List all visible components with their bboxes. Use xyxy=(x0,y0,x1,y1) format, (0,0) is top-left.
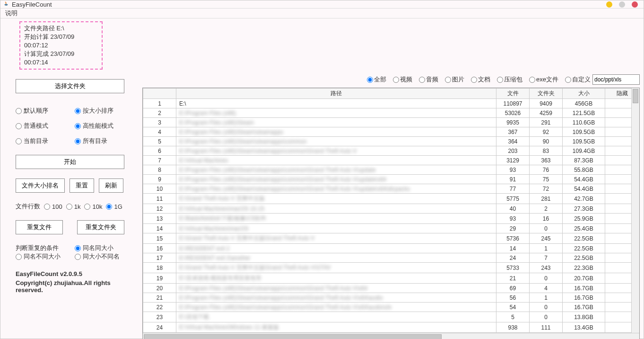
table-row[interactable]: 7E:\Virtual Machines312936387.3GB xyxy=(143,156,639,165)
col-index-header[interactable] xyxy=(143,89,176,99)
cell-size: 42.7GB xyxy=(563,194,605,204)
table-row[interactable]: 22E:\Program Files (x86)\Steam\steamapps… xyxy=(143,303,639,312)
rows-label: 文件行数 xyxy=(16,202,40,211)
filter-doc-radio[interactable]: 文档 xyxy=(471,75,490,84)
cell-files: 3129 xyxy=(496,156,530,165)
table-row[interactable]: 8E:\Program Files (x86)\Steam\steamapps\… xyxy=(143,165,639,175)
table-row[interactable]: 13E:\BaiduNetdisk\下载\镜像\CS软件931625.9GB xyxy=(143,214,639,224)
table-row[interactable]: 6E:\Program Files (x86)\Steam\steamapps\… xyxy=(143,146,639,156)
table-row[interactable]: 4E:\Program Files (x86)\Steam\steamapps3… xyxy=(143,127,639,137)
rank-button[interactable]: 文件大小排名 xyxy=(16,178,65,193)
table-row[interactable]: 1E:\1108979409456GB xyxy=(143,99,639,108)
cell-files: 24 xyxy=(496,253,530,263)
filter-image-radio[interactable]: 图片 xyxy=(445,75,464,84)
table-row[interactable]: 16E:\RESIDENT evil 214122.5GB xyxy=(143,244,639,253)
table-row[interactable]: 15E:\Grand Theft Auto V 完整中文版\Grand Thef… xyxy=(143,233,639,244)
filter-audio-radio[interactable]: 音频 xyxy=(419,75,438,84)
mode-normal-radio[interactable]: 普通模式 xyxy=(16,122,75,130)
table-row[interactable]: 3E:\Program Files (x86)\Steam9935291110.… xyxy=(143,118,639,127)
cell-dirs: 72 xyxy=(530,184,563,194)
col-size-header[interactable]: 大小 xyxy=(563,89,605,99)
cell-path: E:\Program Files (x86) xyxy=(176,108,496,118)
cond-name-notsize-radio[interactable]: 同名不同大小 xyxy=(16,252,75,261)
table-row[interactable]: 17E:\RESIDENT evil 2\another24722.5GB xyxy=(143,253,639,263)
col-dirs-header[interactable]: 文件夹 xyxy=(530,89,563,99)
col-files-header[interactable]: 文件 xyxy=(496,89,530,99)
filter-custom-radio[interactable]: 自定义 xyxy=(565,75,591,84)
cell-files: 93 xyxy=(496,214,530,224)
col-path-header[interactable]: 路径 xyxy=(176,89,496,99)
cell-size: 13.4GB xyxy=(563,322,605,333)
reset-button[interactable]: 重置 xyxy=(70,178,94,193)
cell-path: E:\ xyxy=(176,99,496,108)
cell-index: 14 xyxy=(143,224,176,233)
table-row[interactable]: 24E:\Virtual Machines\Windows 11 家庭版9381… xyxy=(143,322,639,333)
minimize-button[interactable] xyxy=(606,1,612,8)
cond-name-size-radio[interactable]: 同名同大小 xyxy=(75,244,134,252)
horizontal-scroll-thumb[interactable] xyxy=(144,334,442,339)
filter-custom-input[interactable] xyxy=(592,74,640,85)
menu-help[interactable]: 说明 xyxy=(1,8,21,18)
cell-path: E:\Grand Theft Auto V 完整中文版\Grand Theft … xyxy=(176,263,496,273)
cell-path: E:\Program Files (x86)\Steam\steamapps\c… xyxy=(176,303,496,312)
rows-1k-radio[interactable] xyxy=(66,204,72,210)
cell-size: 13.8GB xyxy=(563,312,605,322)
start-button[interactable]: 开始 xyxy=(16,155,124,169)
table-row[interactable]: 2E:\Program Files (x86)530264259121.5GB xyxy=(143,108,639,118)
table-row[interactable]: 19E:\安卓游戏 模拟器专用安装包等21020.7GB xyxy=(143,273,639,284)
maximize-button[interactable] xyxy=(619,1,625,8)
cell-files: 56 xyxy=(496,293,530,303)
vertical-scrollbar[interactable] xyxy=(631,88,639,333)
titlebar: EasyFileCount xyxy=(0,0,644,8)
dup-dirs-button[interactable]: 重复文件夹 xyxy=(77,220,124,234)
table-row[interactable]: 14E:\Virtual Machines\macOS29025.4GB xyxy=(143,224,639,233)
dir-current-radio[interactable]: 当前目录 xyxy=(16,137,75,145)
dir-all-radio[interactable]: 所有目录 xyxy=(75,137,134,145)
table-row[interactable]: 10E:\Program Files (x86)\Steam\steamapps… xyxy=(143,184,639,194)
rows-10k-radio[interactable] xyxy=(84,204,90,210)
close-button[interactable] xyxy=(632,1,638,8)
select-folder-button[interactable]: 选择文件夹 xyxy=(16,79,124,93)
cell-size: 22.3GB xyxy=(563,263,605,273)
filter-bar: 全部 视频 音频 图片 文档 压缩包 exe文件 自定义 xyxy=(142,70,640,88)
cell-dirs: 2 xyxy=(530,204,563,214)
rows-100-radio[interactable] xyxy=(44,204,50,210)
filter-video-radio[interactable]: 视频 xyxy=(393,75,412,84)
horizontal-scrollbar[interactable] xyxy=(143,333,639,339)
cell-files: 77 xyxy=(496,184,530,194)
cell-path: E:\BaiduNetdisk\下载\镜像\CS软件 xyxy=(176,214,496,224)
filter-all-radio[interactable]: 全部 xyxy=(367,75,386,84)
cell-files: 69 xyxy=(496,284,530,293)
mode-high-radio[interactable]: 高性能模式 xyxy=(75,122,134,130)
rows-1g-radio[interactable] xyxy=(106,204,112,210)
cell-index: 13 xyxy=(143,214,176,224)
cell-index: 19 xyxy=(143,273,176,284)
table-row[interactable]: 12E:\Virtual Machines\macOS 10.1540227.3… xyxy=(143,204,639,214)
refresh-button[interactable]: 刷新 xyxy=(99,178,123,193)
cell-files: 5733 xyxy=(496,263,530,273)
vertical-scroll-thumb[interactable] xyxy=(633,89,638,103)
table-row[interactable]: 20E:\Program Files (x86)\Steam\steamapps… xyxy=(143,284,639,293)
table-row[interactable]: 18E:\Grand Theft Auto V 完整中文版\Grand Thef… xyxy=(143,263,639,273)
cell-dirs: 75 xyxy=(530,175,563,184)
cell-index: 16 xyxy=(143,244,176,253)
table-row[interactable]: 5E:\Program Files (x86)\Steam\steamapps\… xyxy=(143,137,639,146)
cell-files: 367 xyxy=(496,127,530,137)
dup-files-button[interactable]: 重复文件 xyxy=(16,220,63,234)
table-row[interactable]: 11E:\Grand Theft Auto V 完整中文版577528142.7… xyxy=(143,194,639,204)
cell-size: 25.4GB xyxy=(563,224,605,233)
table-row[interactable]: 21E:\Program Files (x86)\Steam\steamapps… xyxy=(143,293,639,303)
cell-index: 21 xyxy=(143,293,176,303)
cell-path: E:\Program Files (x86)\Steam\steamapps\c… xyxy=(176,146,496,156)
sort-size-radio[interactable]: 按大小排序 xyxy=(75,107,134,115)
table-row[interactable]: 9E:\Program Files (x86)\Steam\steamapps\… xyxy=(143,175,639,184)
cell-files: 14 xyxy=(496,244,530,253)
sort-default-radio[interactable]: 默认顺序 xyxy=(16,107,75,115)
cond-size-notname-radio[interactable]: 同大小不同名 xyxy=(75,252,134,261)
cell-index: 8 xyxy=(143,165,176,175)
cell-dirs: 0 xyxy=(530,303,563,312)
content: 文件夹路径 E:\ 开始计算 23/07/09 00:07:12 计算完成 23… xyxy=(0,18,644,339)
filter-archive-radio[interactable]: 压缩包 xyxy=(497,75,522,84)
table-row[interactable]: 23E:\压缩下载5013.8GB xyxy=(143,312,639,322)
filter-exe-radio[interactable]: exe文件 xyxy=(529,75,558,84)
